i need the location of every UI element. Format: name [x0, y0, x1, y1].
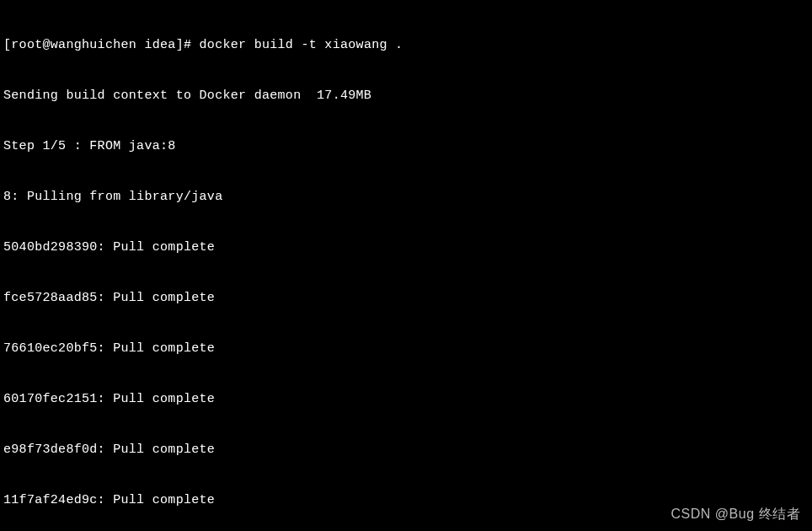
prompt-prefix: [root@wanghuichen idea]#	[3, 37, 200, 54]
output-line: 76610ec20bf5: Pull complete	[3, 341, 809, 357]
output-line: e98f73de8f0d: Pull complete	[3, 442, 809, 459]
output-line: Step 1/5 : FROM java:8	[3, 138, 809, 155]
watermark-text: CSDN @Bug 终结者	[671, 506, 800, 523]
output-line: 8: Pulling from library/java	[3, 189, 809, 206]
output-line: fce5728aad85: Pull complete	[3, 290, 809, 307]
command-text: docker build -t xiaowang .	[200, 37, 403, 54]
prompt-line: [root@wanghuichen idea]# docker build -t…	[3, 37, 809, 54]
output-line: 5040bd298390: Pull complete	[3, 239, 809, 256]
output-line: 60170fec2151: Pull complete	[3, 391, 809, 408]
terminal-output[interactable]: [root@wanghuichen idea]# docker build -t…	[3, 3, 809, 531]
output-line: Sending build context to Docker daemon 1…	[3, 88, 809, 105]
